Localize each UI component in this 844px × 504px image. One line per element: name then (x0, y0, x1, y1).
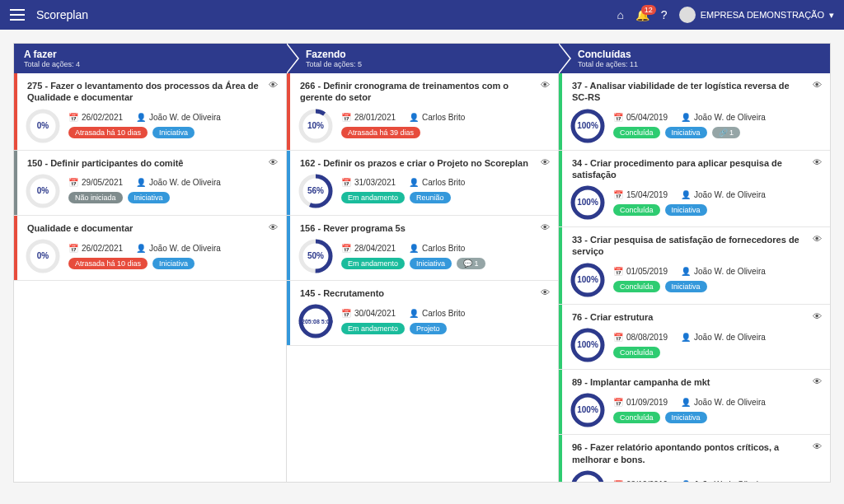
card-date: 📅08/08/2019 (613, 333, 668, 342)
eye-icon[interactable]: 👁 (813, 441, 822, 451)
column-subtitle: Total de ações: 11 (578, 60, 820, 68)
tag[interactable]: Não iniciada (68, 192, 123, 203)
tag[interactable]: Iniciativa (128, 192, 170, 203)
kanban-card[interactable]: Qualidade e documentar 👁 0% 📅26/02/2021 … (14, 216, 286, 281)
eye-icon[interactable]: 👁 (813, 311, 822, 321)
tag[interactable]: 🔗 1 (712, 127, 741, 138)
card-title: 162 - Definir os prazos e criar o Projet… (295, 157, 534, 169)
tag[interactable]: Atrasada há 10 dias (68, 127, 148, 138)
progress-label: 50% (307, 252, 324, 260)
tag[interactable]: Reunião (410, 192, 451, 203)
tag[interactable]: Iniciativa (665, 204, 707, 216)
avatar (679, 7, 696, 23)
card-owner: 👤Carlos Brito (409, 309, 465, 318)
tag[interactable]: Iniciativa (152, 127, 195, 138)
eye-icon[interactable]: 👁 (269, 222, 278, 232)
card-date: 📅31/03/2021 (341, 178, 396, 187)
card-status-bar (287, 281, 290, 345)
home-icon[interactable]: ⌂ (617, 8, 623, 21)
progress-label: 100% (577, 276, 598, 284)
kanban-card[interactable]: 162 - Definir os prazos e criar o Projet… (287, 151, 558, 216)
tag[interactable]: Atrasada há 10 dias (68, 258, 148, 269)
user-icon: 👤 (409, 244, 419, 253)
tag[interactable]: Iniciativa (410, 258, 452, 269)
tag[interactable]: Concluída (613, 127, 660, 138)
tag[interactable]: Projeto (410, 323, 447, 334)
tag-row: ConcluídaIniciativa🔗 1 (613, 127, 822, 138)
card-title: 145 - Recrutamento (295, 287, 534, 299)
user-menu-button[interactable]: EMPRESA DEMONSTRAÇÃO ▾ (679, 7, 834, 23)
kanban-card[interactable]: 37 - Analisar viabilidade de ter logísti… (559, 73, 830, 151)
eye-icon[interactable]: 👁 (269, 80, 278, 90)
eye-icon[interactable]: 👁 (541, 157, 550, 167)
kanban-card[interactable]: 76 - Criar estrutura 👁 100% 📅08/08/2019 … (559, 305, 830, 370)
kanban-card[interactable]: 33 - Criar pesquisa de satisfação de for… (559, 227, 830, 305)
card-date: 📅05/04/2019 (613, 113, 668, 122)
tag[interactable]: Atrasada há 39 dias (341, 127, 420, 138)
app-header: Scoreplan ⌂ 🔔12 ? EMPRESA DEMONSTRAÇÃO ▾ (0, 0, 844, 30)
card-status-bar (287, 73, 290, 150)
progress-label: 56% (307, 187, 324, 195)
kanban-card[interactable]: 150 - Definir participantes do comitê 👁 … (14, 151, 286, 216)
eye-icon[interactable]: 👁 (541, 80, 550, 90)
kanban-card[interactable]: 275 - Fazer o levantamento dos processos… (14, 73, 286, 151)
eye-icon[interactable]: 👁 (813, 376, 822, 386)
tag[interactable]: Iniciativa (665, 281, 707, 292)
eye-icon[interactable]: 👁 (269, 157, 278, 167)
kanban-card[interactable]: 96 - Fazer relatório apontando pontos cr… (559, 435, 830, 482)
tag-row: Atrasada há 10 diasIniciativa (68, 258, 278, 269)
progress-label: 100% (577, 406, 598, 414)
progress-ring: 56% (298, 174, 333, 208)
tag[interactable]: Concluída (613, 281, 660, 292)
card-title: 96 - Fazer relatório apontando pontos cr… (567, 441, 806, 465)
tag[interactable]: 💬 1 (457, 258, 485, 269)
card-title: 275 - Fazer o levantamento dos processos… (22, 80, 262, 104)
tag[interactable]: Em andamento (341, 323, 405, 334)
calendar-icon: 📅 (613, 480, 623, 482)
card-date: 📅28/01/2021 (341, 113, 396, 122)
tag[interactable]: Iniciativa (152, 258, 195, 269)
eye-icon[interactable]: 👁 (541, 287, 550, 297)
menu-icon[interactable] (10, 9, 25, 21)
tag[interactable]: Concluída (613, 204, 660, 216)
eye-icon[interactable]: 👁 (541, 222, 550, 232)
tag[interactable]: Iniciativa (665, 127, 707, 138)
help-icon[interactable]: ? (661, 8, 668, 21)
kanban-card[interactable]: 156 - Rever programa 5s 👁 50% 📅28/04/202… (287, 216, 558, 281)
eye-icon[interactable]: 👁 (813, 80, 822, 90)
eye-icon[interactable]: 👁 (813, 234, 822, 244)
tag[interactable]: Em andamento (341, 258, 405, 269)
user-icon: 👤 (409, 178, 419, 187)
card-title: Qualidade e documentar (22, 222, 262, 234)
user-label: EMPRESA DEMONSTRAÇÃO (701, 10, 824, 20)
card-owner: 👤Carlos Brito (409, 178, 465, 187)
kanban-card[interactable]: 266 - Definir cronograma de treinamentos… (287, 73, 558, 151)
card-title: 37 - Analisar viabilidade de ter logísti… (567, 80, 806, 104)
card-owner: 👤Carlos Brito (409, 113, 465, 122)
column-header: A fazer Total de ações: 4 (14, 44, 286, 73)
calendar-icon: 📅 (341, 113, 351, 122)
tag[interactable]: Em andamento (341, 192, 405, 203)
kanban-card[interactable]: 145 - Recrutamento 👁 1205:08 5:00 📅30/04… (287, 281, 558, 346)
kanban-card[interactable]: 34 - Criar procedimento para aplicar pes… (559, 151, 830, 228)
card-status-bar (559, 370, 562, 434)
column-title: A fazer (24, 49, 276, 60)
app-title: Scoreplan (36, 8, 88, 21)
eye-icon[interactable]: 👁 (813, 157, 822, 167)
card-status-bar (559, 435, 562, 482)
tag[interactable]: Iniciativa (665, 412, 707, 423)
card-title: 33 - Criar pesquisa de satisfação de for… (567, 234, 806, 258)
progress-ring: 0% (26, 239, 60, 273)
column-body: 266 - Definir cronograma de treinamentos… (286, 73, 558, 482)
bell-icon[interactable]: 🔔12 (635, 8, 649, 21)
tag[interactable]: Concluída (613, 412, 660, 423)
tag-row: ConcluídaIniciativa (613, 204, 822, 216)
kanban-card[interactable]: 89 - Implantar campanha de mkt 👁 100% 📅0… (559, 370, 830, 435)
progress-ring: 100% (570, 328, 605, 362)
card-status-bar (559, 227, 562, 304)
column-body: 275 - Fazer o levantamento dos processos… (14, 73, 286, 482)
card-date: 📅26/02/2021 (68, 244, 123, 253)
tag[interactable]: Concluída (613, 347, 660, 358)
card-date: 📅03/10/2019 (613, 480, 668, 482)
card-title: 156 - Rever programa 5s (295, 222, 534, 234)
